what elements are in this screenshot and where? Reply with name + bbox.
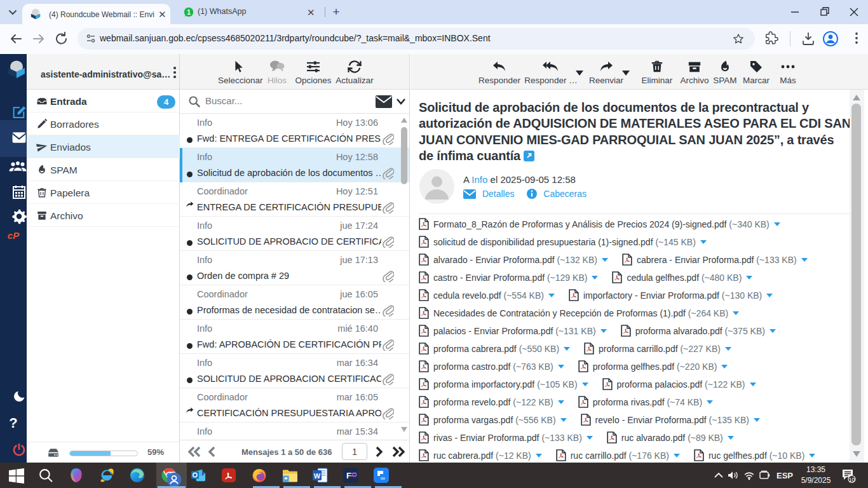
svg-text:1: 1	[187, 9, 191, 16]
svg-text:W: W	[314, 472, 321, 480]
svg-text:10: 10	[849, 477, 855, 483]
svg-text:F: F	[346, 471, 351, 480]
